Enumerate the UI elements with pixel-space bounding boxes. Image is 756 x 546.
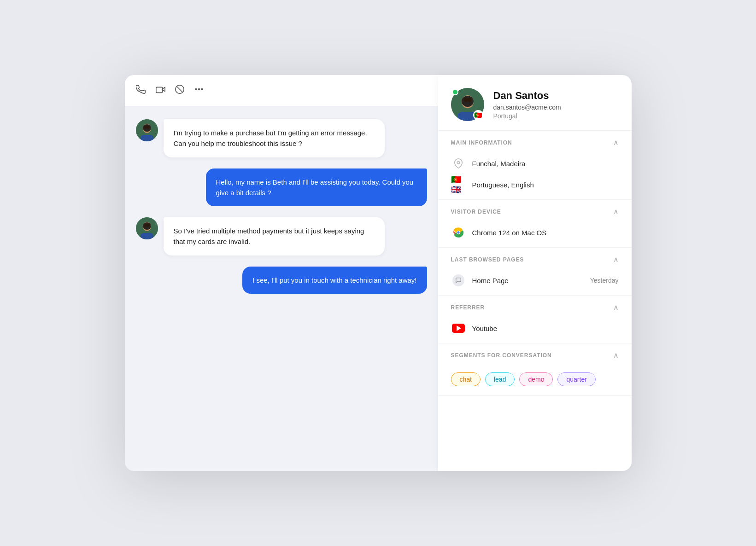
page-name: Home Page: [472, 277, 584, 285]
chevron-icon-main-info: ∧: [613, 138, 619, 147]
section-title-segments: SEGMENTS FOR CONVERSATION: [451, 352, 552, 359]
app-container: I'm trying to make a purchase but I'm ge…: [125, 75, 632, 471]
language-value: Portuguese, English: [472, 181, 619, 189]
contact-country: Portugal: [493, 112, 561, 120]
svg-point-12: [144, 126, 147, 129]
page-time: Yesterday: [590, 277, 619, 284]
svg-point-25: [462, 96, 474, 107]
video-icon[interactable]: [155, 84, 165, 97]
message-row: I'm trying to make a purchase but I'm ge…: [136, 119, 427, 157]
segment-tag-chat[interactable]: chat: [451, 372, 481, 386]
phone-icon[interactable]: [136, 84, 146, 97]
svg-point-18: [143, 222, 151, 230]
svg-point-26: [464, 98, 468, 102]
section-header-last-browsed[interactable]: LAST BROWSED PAGES ∧: [438, 248, 632, 271]
section-segments: SEGMENTS FOR CONVERSATION ∧ chat lead de…: [438, 343, 632, 396]
chevron-icon-visitor-device: ∧: [613, 207, 619, 216]
svg-rect-17: [141, 233, 153, 239]
youtube-icon: [451, 321, 466, 336]
avatar: [136, 119, 158, 141]
section-header-main-info[interactable]: MAIN INFORMATION ∧: [438, 131, 632, 154]
message-row-agent: Hello, my name is Beth and I'll be assis…: [136, 168, 427, 207]
svg-point-6: [201, 89, 203, 90]
section-content-main-info: Funchal, Madeira 🇵🇹🇬🇧 Portuguese, Englis…: [438, 154, 632, 199]
message-bubble-visitor-2: So I've tried multiple method payments b…: [164, 217, 385, 256]
online-indicator: [452, 89, 458, 95]
info-row-browser: Chrome 124 on Mac OS: [451, 225, 619, 240]
section-header-referrer[interactable]: REFERRER ∧: [438, 296, 632, 319]
svg-point-20: [147, 224, 150, 227]
section-referrer: REFERRER ∧ Youtube: [438, 296, 632, 343]
contact-header: 🇵🇹 Dan Santos dan.santos@acme.com Portug…: [438, 75, 632, 131]
svg-line-3: [176, 87, 182, 93]
svg-point-4: [195, 89, 197, 90]
info-row-referrer: Youtube: [451, 321, 619, 336]
message-bubble-agent: Hello, my name is Beth and I'll be assis…: [206, 168, 427, 207]
chat-header: [125, 75, 438, 106]
contact-info: Dan Santos dan.santos@acme.com Portugal: [493, 90, 561, 120]
chevron-icon-referrer: ∧: [613, 303, 619, 312]
segments-content: chat lead demo quarter: [438, 367, 632, 395]
segment-tag-demo[interactable]: demo: [519, 372, 553, 386]
chat-panel: I'm trying to make a purchase but I'm ge…: [125, 75, 438, 471]
contact-name: Dan Santos: [493, 90, 561, 102]
page-icon: [451, 273, 466, 288]
chat-messages: I'm trying to make a purchase but I'm ge…: [125, 106, 438, 471]
referrer-value: Youtube: [472, 325, 619, 332]
contact-avatar-wrap: 🇵🇹: [451, 88, 484, 121]
section-title-referrer: REFERRER: [451, 304, 485, 311]
svg-point-28: [457, 161, 460, 164]
section-content-referrer: Youtube: [438, 319, 632, 343]
message-row-2: So I've tried multiple method payments b…: [136, 217, 427, 256]
section-last-browsed: LAST BROWSED PAGES ∧ Home Page Yesterday: [438, 248, 632, 296]
section-content-visitor-device: Chrome 124 on Mac OS: [438, 223, 632, 247]
chrome-icon: [451, 225, 466, 240]
browser-value: Chrome 124 on Mac OS: [472, 229, 619, 237]
section-title-visitor-device: VISITOR DEVICE: [451, 209, 501, 215]
section-title-main-info: MAIN INFORMATION: [451, 139, 512, 146]
section-content-last-browsed: Home Page Yesterday: [438, 271, 632, 295]
segment-tag-quarter[interactable]: quarter: [557, 372, 595, 386]
svg-point-13: [147, 126, 150, 129]
block-icon[interactable]: [175, 84, 185, 97]
contact-email: dan.santos@acme.com: [493, 104, 561, 111]
section-visitor-device: VISITOR DEVICE ∧: [438, 200, 632, 248]
svg-point-31: [457, 231, 459, 233]
info-row-location: Funchal, Madeira: [451, 156, 619, 171]
message-bubble-agent-2: I see, I'll put you in touch with a tech…: [242, 267, 427, 294]
segment-tag-lead[interactable]: lead: [485, 372, 515, 386]
svg-rect-0: [156, 87, 162, 93]
section-header-segments[interactable]: SEGMENTS FOR CONVERSATION ∧: [438, 343, 632, 367]
message-bubble-visitor: I'm trying to make a purchase but I'm ge…: [164, 119, 385, 157]
message-row-agent-2: I see, I'll put you in touch with a tech…: [136, 267, 427, 294]
flag-badge: 🇵🇹: [473, 110, 483, 120]
svg-point-19: [144, 224, 147, 227]
section-header-visitor-device[interactable]: VISITOR DEVICE ∧: [438, 200, 632, 223]
svg-point-11: [143, 124, 151, 132]
more-icon[interactable]: [194, 84, 204, 97]
svg-point-27: [468, 98, 471, 102]
section-main-info: MAIN INFORMATION ∧ Funchal, Madeira 🇵🇹🇬🇧: [438, 131, 632, 200]
location-icon: [451, 156, 466, 171]
svg-point-5: [198, 89, 199, 90]
svg-rect-10: [141, 135, 153, 141]
info-row-languages: 🇵🇹🇬🇧 Portuguese, English: [451, 177, 619, 192]
info-row-homepage: Home Page Yesterday: [451, 273, 619, 288]
section-title-last-browsed: LAST BROWSED PAGES: [451, 256, 524, 263]
location-value: Funchal, Madeira: [472, 160, 619, 168]
language-icon: 🇵🇹🇬🇧: [451, 177, 466, 192]
chevron-icon-segments: ∧: [613, 351, 619, 360]
chevron-icon-last-browsed: ∧: [613, 255, 619, 264]
info-panel: 🇵🇹 Dan Santos dan.santos@acme.com Portug…: [438, 75, 632, 471]
avatar-2: [136, 217, 158, 239]
